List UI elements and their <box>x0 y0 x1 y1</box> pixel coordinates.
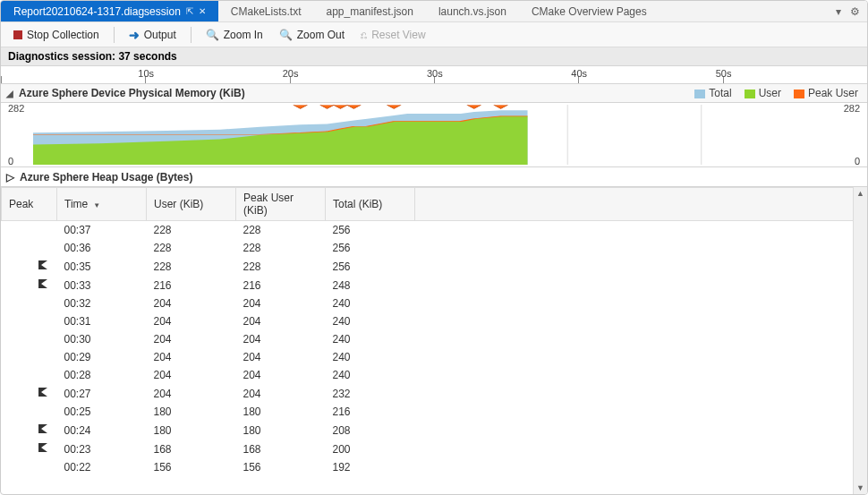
tab-label: CMakeLists.txt <box>231 5 302 18</box>
close-icon[interactable]: ✕ <box>199 6 206 16</box>
tick-label: 50s <box>716 68 732 79</box>
cell-peak-user: 228 <box>236 239 326 257</box>
output-icon: ➜ <box>129 28 140 42</box>
data-table: Peak Time▼ User (KiB) Peak User (KiB) To… <box>1 187 867 476</box>
cell-total: 240 <box>326 348 415 366</box>
cell-user: 168 <box>147 440 236 458</box>
tab-cmake-overview[interactable]: CMake Overview Pages <box>519 1 660 21</box>
legend-user: User <box>759 87 781 99</box>
tab-cmakelists[interactable]: CMakeLists.txt <box>218 1 314 21</box>
cell-peak <box>2 440 57 458</box>
chart-area[interactable]: 282 0 282 0 <box>1 103 867 167</box>
zoom-out-button[interactable]: 🔍 Zoom Out <box>274 26 350 44</box>
table-row[interactable]: 00:25180180216 <box>2 403 867 421</box>
zoom-in-button[interactable]: 🔍 Zoom In <box>200 26 268 44</box>
cell-peak <box>2 403 57 421</box>
tab-app-manifest[interactable]: app_manifest.json <box>314 1 426 21</box>
caret-right-icon: ▷ <box>6 171 14 183</box>
col-peak[interactable]: Peak <box>2 188 57 221</box>
cell-time: 00:36 <box>57 239 147 257</box>
table-row[interactable]: 00:37228228256 <box>2 221 867 240</box>
table-row[interactable]: 00:32204204240 <box>2 294 867 312</box>
reset-icon: ⎌ <box>361 29 367 41</box>
flag-icon <box>38 278 48 289</box>
cell-user: 204 <box>147 348 236 366</box>
cell-peak <box>2 330 57 348</box>
tab-label: app_manifest.json <box>327 5 413 18</box>
col-user[interactable]: User (KiB) <box>147 188 236 221</box>
cell-user: 180 <box>147 421 236 440</box>
cell-user: 204 <box>147 312 236 330</box>
cell-peak <box>2 348 57 366</box>
cell-time: 00:29 <box>57 348 147 366</box>
cell-peak <box>2 366 57 384</box>
cell-peak-user: 156 <box>236 458 326 476</box>
chart-header[interactable]: ◢ Azure Sphere Device Physical Memory (K… <box>1 84 867 103</box>
table-row[interactable]: 00:29204204240 <box>2 348 867 366</box>
cell-total: 240 <box>326 312 415 330</box>
col-peak-user[interactable]: Peak User (KiB) <box>236 188 326 221</box>
stop-collection-button[interactable]: Stop Collection <box>8 26 105 44</box>
timeline-ruler[interactable]: 10s 20s 30s 40s 50s <box>1 66 867 84</box>
reset-label: Reset View <box>371 29 425 41</box>
caret-down-icon: ◢ <box>6 89 13 98</box>
table-row[interactable]: 00:23168168200 <box>2 440 867 458</box>
svg-marker-11 <box>38 388 47 397</box>
markers <box>294 105 507 108</box>
legend-total: Total <box>709 87 731 99</box>
cell-peak <box>2 257 57 276</box>
table-row[interactable]: 00:30204204240 <box>2 330 867 348</box>
cell-user: 216 <box>147 276 236 294</box>
flag-icon <box>38 387 48 397</box>
zoom-out-label: Zoom Out <box>297 29 345 41</box>
table-row[interactable]: 00:28204204240 <box>2 366 867 384</box>
cell-peak-user: 228 <box>236 257 326 276</box>
cell-user: 228 <box>147 239 236 257</box>
svg-marker-3 <box>347 105 361 108</box>
tab-label: Report20210624-1317.diagsession <box>13 5 181 18</box>
cell-peak-user: 204 <box>236 348 326 366</box>
tab-report[interactable]: Report20210624-1317.diagsession ⇱ ✕ <box>1 1 218 21</box>
tick-label: 20s <box>283 68 299 79</box>
svg-marker-1 <box>320 105 334 108</box>
cell-peak-user: 204 <box>236 366 326 384</box>
svg-marker-0 <box>294 105 307 108</box>
settings-icon[interactable]: ⚙ <box>850 5 860 18</box>
col-time[interactable]: Time▼ <box>57 188 147 221</box>
table-row[interactable]: 00:31204204240 <box>2 312 867 330</box>
pin-icon[interactable]: ⇱ <box>186 6 193 16</box>
chart-heap-usage-collapsed[interactable]: ▷ Azure Sphere Heap Usage (Bytes) <box>1 167 867 187</box>
scroll-up-icon[interactable]: ▲ <box>854 189 867 198</box>
output-button[interactable]: ➜ Output <box>123 25 182 45</box>
cell-time: 00:28 <box>57 366 147 384</box>
legend-peak-user: Peak User <box>808 87 858 99</box>
cell-time: 00:32 <box>57 294 147 312</box>
reset-view-button[interactable]: ⎌ Reset View <box>355 26 430 44</box>
table-row[interactable]: 00:35228228256 <box>2 257 867 276</box>
scroll-down-icon[interactable]: ▼ <box>854 483 867 492</box>
cell-total: 240 <box>326 294 415 312</box>
cell-peak <box>2 221 57 240</box>
cell-total: 200 <box>326 440 415 458</box>
cell-user: 204 <box>147 294 236 312</box>
table-row[interactable]: 00:22156156192 <box>2 458 867 476</box>
tab-launch-json[interactable]: launch.vs.json <box>426 1 519 21</box>
table-row[interactable]: 00:36228228256 <box>2 239 867 257</box>
col-total[interactable]: Total (KiB) <box>326 188 415 221</box>
table-row[interactable]: 00:27204204232 <box>2 384 867 403</box>
overflow-icon[interactable]: ▾ <box>836 5 841 18</box>
cell-peak-user: 204 <box>236 294 326 312</box>
table-row[interactable]: 00:24180180208 <box>2 421 867 440</box>
cell-user: 228 <box>147 221 236 240</box>
legend-swatch-user <box>745 90 755 98</box>
cell-user: 180 <box>147 403 236 421</box>
cell-time: 00:22 <box>57 458 147 476</box>
table-row[interactable]: 00:33216216248 <box>2 276 867 294</box>
data-table-wrap: Peak Time▼ User (KiB) Peak User (KiB) To… <box>1 187 867 494</box>
cell-time: 00:31 <box>57 312 147 330</box>
tab-label: CMake Overview Pages <box>532 5 647 18</box>
y-max-left: 282 <box>8 103 24 114</box>
cell-total: 248 <box>326 276 415 294</box>
sort-desc-icon: ▼ <box>93 201 100 209</box>
scrollbar[interactable]: ▲ ▼ <box>853 187 867 494</box>
